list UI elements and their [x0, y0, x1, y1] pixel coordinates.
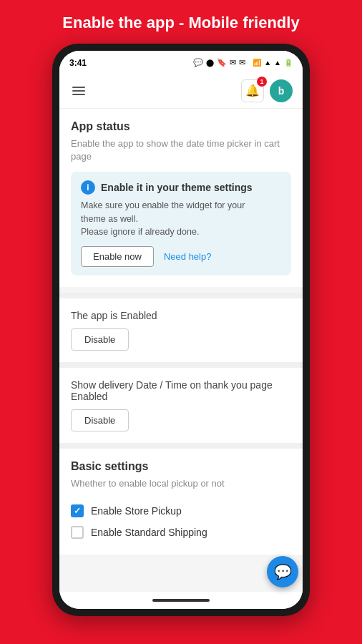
fab-icon: 💬 — [274, 563, 292, 580]
whatsapp-icon: 💬 — [193, 58, 203, 67]
store-pickup-checkbox[interactable] — [71, 504, 84, 517]
need-help-link[interactable]: Need help? — [164, 251, 212, 262]
home-bar — [152, 599, 210, 602]
bullet-icon: ⬤ — [206, 59, 214, 67]
info-icon: i — [81, 180, 95, 195]
notification-badge: 1 — [257, 77, 267, 87]
avatar[interactable]: b — [270, 79, 293, 102]
home-indicator — [59, 592, 303, 609]
signal-icon: ▲ — [274, 59, 281, 67]
basic-settings-desc: Whether to enable local pickup or not — [71, 477, 291, 490]
store-pickup-label: Enable Store Pickup — [91, 505, 182, 517]
app-status-desc: Enable the app to show the date time pic… — [71, 137, 291, 163]
page-title: Enable the app - Mobile friendly — [48, 0, 313, 44]
hamburger-menu[interactable] — [69, 84, 88, 98]
screen-content[interactable]: App status Enable the app to show the da… — [59, 109, 303, 592]
basic-settings-section: Basic settings Whether to enable local p… — [59, 449, 303, 555]
battery-icon: 🔋 — [284, 59, 293, 67]
info-box: i Enable it in your theme settings Make … — [71, 172, 291, 275]
app-enabled-text: The app is Enabled — [71, 310, 291, 321]
basic-settings-title: Basic settings — [71, 460, 291, 473]
app-status-title: App status — [71, 120, 291, 133]
delivery-section: Show delivery Date / Time on thank you p… — [59, 368, 303, 443]
phone-frame: 3:41 💬 ⬤ 🔖 ✉ ✉ 📶 ▲ ▲ 🔋 🔔 — [52, 44, 310, 616]
top-bar-icons: 🔔 1 b — [241, 79, 293, 102]
bell-container: 🔔 1 — [241, 79, 264, 102]
fab-button[interactable]: 💬 — [267, 556, 298, 587]
divider-3 — [59, 443, 303, 449]
app-enabled-section: The app is Enabled Disable — [59, 298, 303, 362]
bookmark-icon: 🔖 — [217, 58, 227, 67]
phone-screen: 3:41 💬 ⬤ 🔖 ✉ ✉ 📶 ▲ ▲ 🔋 🔔 — [59, 51, 303, 609]
wifi-icon: ▲ — [264, 59, 271, 67]
info-box-text: Make sure you enable the widget for your… — [81, 199, 281, 239]
mail-icon: ✉ — [230, 58, 236, 67]
status-bar: 3:41 💬 ⬤ 🔖 ✉ ✉ 📶 ▲ ▲ 🔋 — [59, 51, 303, 74]
status-time: 3:41 — [69, 58, 87, 68]
mail2-icon: ✉ — [239, 58, 245, 67]
info-box-title: Enable it in your theme settings — [101, 182, 253, 193]
standard-shipping-checkbox[interactable] — [71, 526, 84, 539]
store-pickup-row[interactable]: Enable Store Pickup — [71, 500, 291, 522]
info-box-header: i Enable it in your theme settings — [81, 180, 281, 195]
status-icons: 💬 ⬤ 🔖 ✉ ✉ 📶 ▲ ▲ 🔋 — [193, 58, 293, 67]
info-box-actions: Enable now Need help? — [81, 246, 281, 267]
divider-2 — [59, 362, 303, 368]
disable-app-button[interactable]: Disable — [71, 328, 129, 351]
standard-shipping-row[interactable]: Enable Standard Shipping — [71, 522, 291, 543]
divider-1 — [59, 293, 303, 298]
sim-icon: 📶 — [253, 59, 261, 67]
app-status-section: App status Enable the app to show the da… — [59, 109, 303, 288]
top-bar: 🔔 1 b — [59, 74, 303, 109]
delivery-status-text: Show delivery Date / Time on thank you p… — [71, 379, 291, 402]
standard-shipping-label: Enable Standard Shipping — [91, 527, 207, 538]
enable-now-button[interactable]: Enable now — [81, 246, 154, 267]
disable-delivery-button[interactable]: Disable — [71, 409, 129, 431]
